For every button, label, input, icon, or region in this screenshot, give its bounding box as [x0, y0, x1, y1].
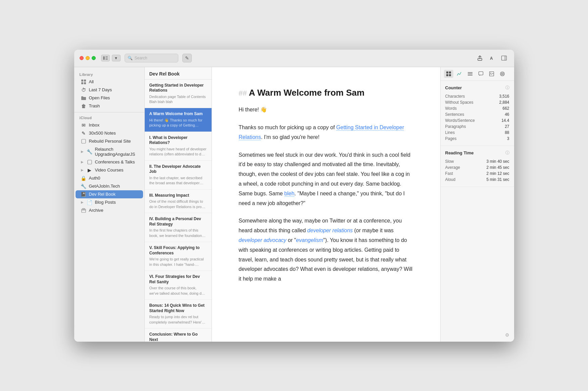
reading-time-info-icon[interactable]: ⓘ	[505, 150, 509, 156]
share-button[interactable]	[475, 53, 485, 63]
doc-item-gettingstarted[interactable]: Getting Started in Developer Relations D…	[145, 80, 212, 108]
sidebar-item-label: Rebuild Personal Site	[89, 139, 131, 144]
sidebar-item-blogposts[interactable]: ▶ 📄 Blog Posts	[76, 198, 143, 206]
sidebar-item-trash[interactable]: 🗑 Trash	[76, 102, 143, 110]
stats-row-without-spaces: Without Spaces 2,884	[445, 99, 509, 105]
sidebar-item-conferences[interactable]: ▶ Conferences & Talks	[76, 158, 143, 166]
svg-rect-18	[449, 71, 451, 74]
close-button[interactable]	[80, 56, 84, 60]
doc-item-preview: In the last chapter, we described the br…	[149, 176, 207, 186]
bleh-link[interactable]: bleh	[284, 191, 295, 197]
minimize-button[interactable]	[86, 56, 90, 60]
doc-item-preview: Dedication page Table of Contents Blah b…	[149, 94, 207, 105]
editor-panel[interactable]: ##A Warm Welcome from Sam Hi there! 👋 Th…	[212, 67, 440, 342]
rebuild-icon	[81, 139, 86, 144]
paragraphs-value: 27	[505, 124, 509, 129]
target-view-button[interactable]	[498, 70, 507, 78]
doc-item-preview: Hi there! 👋 Thanks so much for picking u…	[149, 118, 207, 128]
sidebar-item-archive[interactable]: Archive	[76, 206, 143, 214]
doc-item-title: IV. Building a Personal Dev Rel Strategy	[149, 216, 207, 227]
svg-rect-13	[88, 160, 92, 164]
doc-item-fourstrategies[interactable]: VI. Four Strategies for Dev Rel Sanity O…	[145, 271, 212, 300]
sidebar-toggle-controls: ▼	[101, 55, 121, 61]
sidebar-toggle-button[interactable]	[101, 55, 110, 61]
sidebar-item-rebuild[interactable]: Rebuild Personal Site	[76, 137, 143, 145]
sidebar-item-auth0[interactable]: 🔒 Auth0	[76, 174, 143, 182]
sidebar-item-30x500[interactable]: ✎ 30x500 Notes	[76, 129, 143, 137]
sidebar-item-label: GetAJobIn.Tech	[89, 184, 120, 189]
lines-label: Lines	[445, 130, 455, 135]
icloud-section-label: iCloud	[74, 114, 144, 121]
svg-rect-12	[82, 139, 86, 143]
doc-item-measuringimpact[interactable]: III. Measuring Impact One of the most di…	[145, 190, 212, 213]
thanks-text: Thanks so much for picking up a copy of	[239, 125, 336, 130]
svg-rect-0	[103, 56, 105, 60]
grid-view-button[interactable]	[444, 70, 453, 78]
doc-item-skillfocus[interactable]: V. Skill Focus: Applying to Conferences …	[145, 242, 212, 271]
counter-info-icon[interactable]: ⓘ	[505, 85, 509, 91]
doc-item-title: Getting Started in Developer Relations	[149, 83, 207, 93]
titlebar: ▼ 🔍 Search ✎ A	[74, 50, 514, 67]
words-sentence-value: 14.4	[501, 118, 509, 123]
stats-settings-button[interactable]: ⚙	[504, 332, 511, 338]
sidebar-item-videocourses[interactable]: ▶ ▶ Video Courses	[76, 166, 143, 174]
sentences-value: 46	[505, 112, 509, 117]
maximize-button[interactable]	[92, 56, 96, 60]
devadvocacy-link[interactable]: developer advocacy	[239, 237, 286, 243]
auth0-icon: 🔒	[81, 176, 86, 181]
sidebar-item-openfiles[interactable]: Open Files	[76, 94, 143, 102]
new-document-button[interactable]: ✎	[182, 54, 192, 62]
stats-row-words: Words 662	[445, 105, 509, 111]
list-view-button[interactable]	[465, 70, 475, 78]
chart-view-button[interactable]	[455, 70, 464, 78]
words-sentence-label: Words/Sentence	[445, 118, 475, 123]
doc-item-conclusion[interactable]: Conclusion: Where to Go Next Congratulat…	[145, 329, 212, 341]
archive-icon	[81, 208, 86, 213]
sidebar-item-label: Video Courses	[95, 167, 124, 173]
expand-toggle-button[interactable]: ▼	[112, 55, 121, 61]
doc-item-preview: Ready to jump into dev rel but completel…	[149, 314, 207, 325]
all-icon	[81, 79, 86, 85]
sidebar-item-inbox[interactable]: ✉ Inbox	[76, 121, 143, 129]
sidebar-item-all[interactable]: All	[76, 78, 143, 86]
svg-rect-6	[501, 56, 506, 60]
stats-row-words-sentence: Words/Sentence 14.4	[445, 117, 509, 124]
reading-slow-row: Slow 3 min 40 sec	[445, 158, 509, 164]
evangelism-link[interactable]: evangelism	[296, 237, 323, 243]
pages-label: Pages	[445, 136, 457, 141]
sidebar-item-label: Last 7 Days	[89, 87, 112, 92]
devrel-link[interactable]: developer relations	[307, 228, 353, 233]
sidebar-item-label: All	[89, 79, 94, 84]
doc-item-buildingstrategy[interactable]: IV. Building a Personal Dev Rel Strategy…	[145, 213, 212, 242]
reading-fast-row: Fast 2 min 12 sec	[445, 170, 509, 177]
svg-rect-2	[105, 58, 108, 58]
counter-header: Counter ⓘ	[445, 85, 509, 91]
editor-body[interactable]: Hi there! 👋 Thanks so much for picking u…	[239, 105, 413, 284]
characters-value: 3,516	[499, 94, 509, 99]
relaunch-icon: 🔧	[87, 149, 92, 154]
sidebar-item-relaunch[interactable]: ▶ 🔧 Relaunch UpgradingAngularJS	[76, 145, 143, 158]
doc-item-title: V. Skill Focus: Applying to Conferences	[149, 245, 207, 256]
format-button[interactable]: A	[487, 53, 497, 63]
sidepanel-button[interactable]	[499, 53, 509, 63]
sidebar-item-label: Open Files	[89, 95, 110, 100]
doc-item-quickwins[interactable]: Bonus: 14 Quick Wins to Get Started Righ…	[145, 300, 212, 329]
image-view-button[interactable]	[487, 70, 496, 78]
stats-row-characters: Characters 3,516	[445, 93, 509, 99]
doc-item-devadvocatejob[interactable]: II. The Developer Advocate Job In the la…	[145, 161, 212, 190]
video-icon: ▶	[87, 167, 92, 173]
expand-icon: ▶	[81, 150, 84, 153]
search-bar[interactable]: 🔍 Search	[125, 54, 178, 62]
doc-item-warmwelcome[interactable]: A Warm Welcome from Sam Hi there! 👋 Than…	[145, 108, 212, 132]
library-section-label: Library	[74, 71, 144, 78]
svg-rect-11	[84, 82, 86, 84]
paragraphs-label: Paragraphs	[445, 124, 466, 129]
stats-row-sentences: Sentences 46	[445, 111, 509, 117]
slow-label: Slow	[445, 159, 454, 164]
sidebar-item-label: Conferences & Talks	[95, 159, 135, 164]
sidebar-item-getajob[interactable]: 🔧 GetAJobIn.Tech	[76, 182, 143, 190]
doc-item-whatisdevrel[interactable]: I. What is Developer Relations? You migh…	[145, 132, 212, 161]
sidebar-item-devrelbook[interactable]: 📓 Dev Rel Book	[76, 190, 143, 198]
sidebar-item-last7days[interactable]: ⏱ Last 7 Days	[76, 86, 143, 94]
comment-view-button[interactable]	[476, 70, 486, 78]
